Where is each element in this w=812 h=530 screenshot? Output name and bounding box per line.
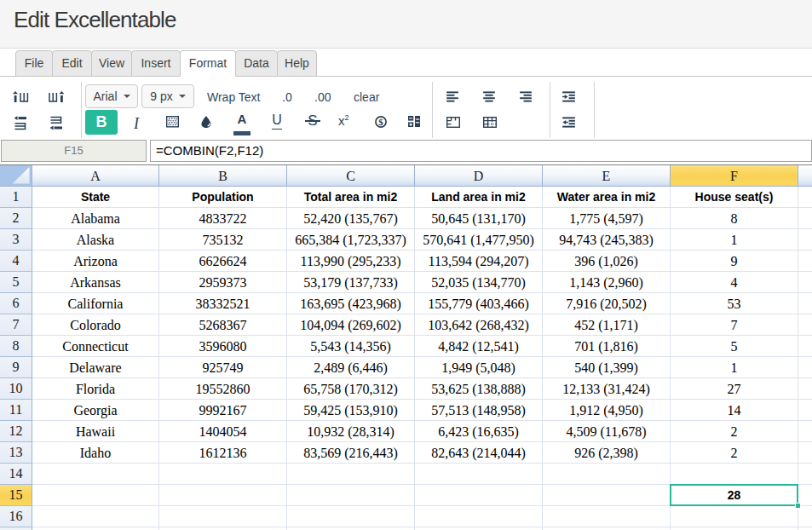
svg-text:$: $ <box>378 117 383 127</box>
